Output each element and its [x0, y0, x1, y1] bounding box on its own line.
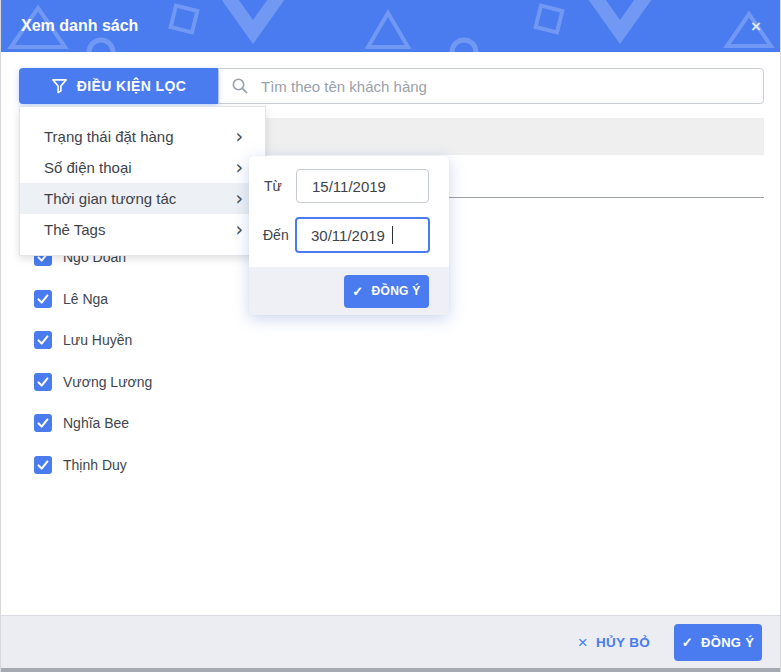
customer-name: Lưu Huyền	[63, 332, 132, 348]
from-date-input[interactable]	[296, 169, 429, 203]
customer-row: Vương Lương	[34, 373, 152, 391]
customer-row: Lưu Huyền	[34, 331, 152, 349]
check-icon	[35, 332, 51, 348]
customer-name: Vương Lương	[63, 374, 152, 390]
filter-menu-item[interactable]: Số điện thoại ›	[20, 152, 265, 183]
filter-menu-item[interactable]: Thời gian tương tác ›	[20, 183, 265, 214]
date-popup-confirm-label: ĐỒNG Ý	[372, 284, 421, 298]
modal-header: Xem danh sách ×	[1, 0, 780, 52]
to-date-row: Đến	[263, 217, 430, 253]
filter-menu-item-label: Số điện thoại	[44, 159, 132, 176]
check-icon	[35, 457, 51, 473]
chevron-right-icon: ›	[235, 189, 243, 208]
cancel-button[interactable]: × HỦY BỎ	[572, 633, 656, 652]
check-icon	[35, 415, 51, 431]
date-range-popup: Từ Đến ✓ ĐỒNG Ý	[249, 156, 449, 315]
customer-checkbox[interactable]	[34, 414, 52, 432]
customer-row: Thịnh Duy	[34, 456, 152, 474]
customer-checkbox[interactable]	[34, 290, 52, 308]
filter-menu-item-label: Thẻ Tags	[44, 221, 105, 238]
close-icon[interactable]: ×	[745, 16, 767, 37]
to-label: Đến	[263, 227, 295, 243]
chevron-right-icon: ›	[235, 127, 243, 146]
check-icon: ✓	[682, 636, 693, 649]
text-caret	[392, 226, 393, 244]
date-popup-confirm-button[interactable]: ✓ ĐỒNG Ý	[344, 275, 429, 308]
view-list-modal: Xem danh sách × ĐIỀU KIỆN LỌC Ngo Doan	[0, 0, 781, 672]
chevron-right-icon: ›	[235, 158, 243, 177]
customer-list: Ngo Doan Lê Nga Lưu Huyền	[34, 248, 152, 474]
customer-checkbox[interactable]	[34, 331, 52, 349]
filter-dropdown-menu: Trạng thái đặt hàng › Số điện thoại › Th…	[19, 106, 266, 256]
customer-row: Lê Nga	[34, 290, 152, 308]
check-icon: ✓	[352, 285, 363, 298]
modal-title: Xem danh sách	[21, 17, 138, 35]
chevron-right-icon: ›	[235, 220, 243, 239]
modal-footer: × HỦY BỎ ✓ ĐỒNG Ý	[1, 615, 780, 668]
confirm-label: ĐỒNG Ý	[701, 635, 754, 650]
customer-name: Lê Nga	[63, 291, 108, 307]
confirm-button[interactable]: ✓ ĐỒNG Ý	[674, 624, 762, 661]
customer-name: Thịnh Duy	[63, 457, 127, 473]
customer-row: Nghĩa Bee	[34, 414, 152, 432]
cancel-label: HỦY BỎ	[596, 635, 650, 650]
search-box	[218, 68, 764, 104]
to-date-input[interactable]	[295, 217, 430, 253]
magnifier-icon	[231, 77, 249, 95]
check-icon	[35, 374, 51, 390]
filter-menu-item[interactable]: Thẻ Tags ›	[20, 214, 265, 245]
modal-bottom-edge	[1, 668, 780, 672]
check-icon	[35, 291, 51, 307]
x-icon: ×	[578, 634, 588, 651]
filter-button-label: ĐIỀU KIỆN LỌC	[77, 78, 186, 94]
filter-menu-item-label: Thời gian tương tác	[44, 190, 176, 207]
search-input[interactable]	[259, 77, 751, 96]
customer-checkbox[interactable]	[34, 456, 52, 474]
date-popup-footer: ✓ ĐỒNG Ý	[249, 267, 449, 315]
filter-menu-item[interactable]: Trạng thái đặt hàng ›	[20, 121, 265, 152]
filter-conditions-button[interactable]: ĐIỀU KIỆN LỌC	[19, 68, 218, 104]
funnel-icon	[51, 78, 68, 95]
filter-menu-item-label: Trạng thái đặt hàng	[44, 128, 174, 145]
customer-name: Nghĩa Bee	[63, 415, 129, 431]
from-date-row: Từ	[264, 169, 429, 203]
to-date-input-wrap	[295, 217, 430, 253]
customer-checkbox[interactable]	[34, 373, 52, 391]
from-label: Từ	[264, 178, 296, 194]
